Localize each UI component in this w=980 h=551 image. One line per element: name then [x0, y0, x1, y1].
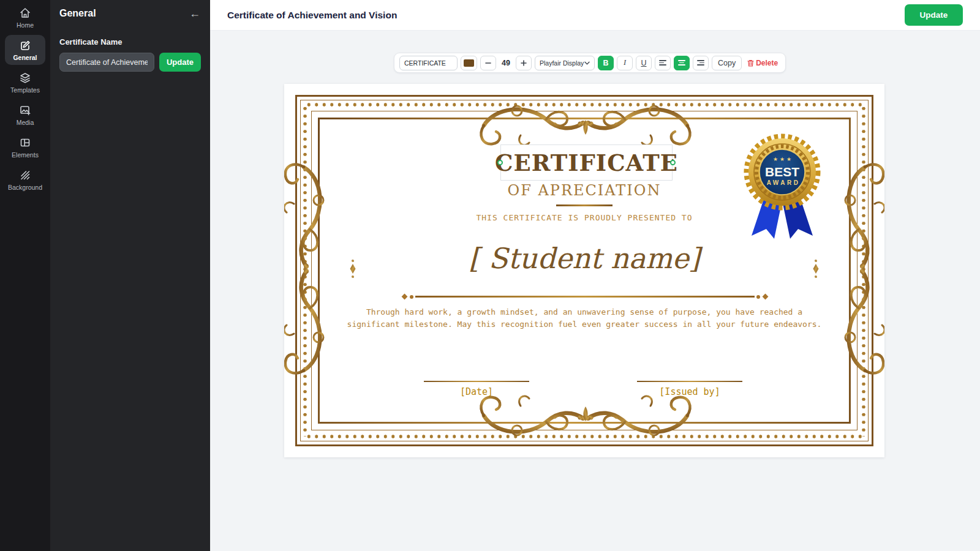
- sidebar-item-label: Templates: [10, 86, 40, 94]
- underline-button[interactable]: U: [636, 56, 652, 70]
- sidebar-item-media[interactable]: Media: [5, 100, 45, 130]
- align-left-button[interactable]: [655, 56, 671, 70]
- delete-button[interactable]: Delete: [745, 59, 780, 67]
- font-family-select[interactable]: Playfair Display: [535, 56, 595, 70]
- sidebar-item-label: Home: [17, 21, 34, 29]
- plus-icon: [521, 60, 527, 66]
- page-title: Certificate of Achievement and Vision: [227, 10, 397, 21]
- copy-button[interactable]: Copy: [712, 56, 742, 70]
- color-swatch-fill: [464, 59, 474, 67]
- panel-title: General: [59, 8, 96, 19]
- font-size-increase-button[interactable]: [516, 56, 532, 70]
- collapse-panel-button[interactable]: ←: [189, 8, 200, 19]
- certificate-name-label: Certificate Name: [50, 25, 210, 53]
- delete-label: Delete: [756, 59, 778, 67]
- student-name-text[interactable]: [ Student name]: [284, 242, 884, 275]
- sidebar-item-templates[interactable]: Templates: [5, 67, 45, 97]
- font-size-value: 49: [499, 59, 513, 67]
- sidebar-item-elements[interactable]: Elements: [5, 132, 45, 162]
- date-label: [Date]: [460, 386, 493, 397]
- editor-header: Certificate of Achievement and Vision Up…: [210, 0, 980, 31]
- italic-button[interactable]: I: [617, 56, 633, 70]
- dotted-border: [305, 434, 864, 439]
- media-icon: [19, 104, 31, 116]
- issued-by-label: [Issued by]: [659, 386, 720, 397]
- sidebar-item-home[interactable]: Home: [5, 2, 45, 32]
- text-color-button[interactable]: [461, 56, 477, 70]
- certificate-title: CERTIFICATE: [495, 149, 678, 176]
- date-signature-line[interactable]: [Date]: [424, 381, 529, 397]
- align-center-icon: [678, 60, 685, 66]
- subtitle-rule: [556, 204, 612, 206]
- badge-line1: BEST: [765, 165, 799, 179]
- selection-handle-right[interactable]: [670, 160, 676, 165]
- align-left-icon: [659, 60, 666, 66]
- badge-line2: AWARD: [767, 179, 801, 186]
- certificate-name-input[interactable]: [59, 53, 154, 72]
- trash-icon: [747, 59, 754, 67]
- align-center-button[interactable]: [674, 56, 690, 70]
- panel-update-button[interactable]: Update: [159, 53, 201, 72]
- layers-icon: [19, 72, 31, 84]
- certificate-canvas[interactable]: CERTIFICATE OF APRECIATION THIS CERTIFIC…: [284, 84, 884, 457]
- sidebar-rail: Home General Templates Media Elements Ba…: [0, 0, 50, 551]
- general-panel: General ← Certificate Name Update: [50, 0, 210, 551]
- certificate-body-text[interactable]: Through hard work, a growth mindset, and…: [342, 306, 826, 331]
- best-award-badge[interactable]: ★ ★ ★ BEST AWARD: [742, 126, 823, 243]
- header-update-button[interactable]: Update: [905, 4, 963, 26]
- text-content-input[interactable]: [399, 56, 458, 70]
- edit-icon: [19, 39, 31, 51]
- ornament-divider: [401, 294, 769, 299]
- minus-icon: [485, 60, 491, 66]
- align-right-button[interactable]: [693, 56, 709, 70]
- text-toolbar: 49 Playfair Display B I U Copy Delete: [394, 53, 786, 73]
- selected-text-element[interactable]: CERTIFICATE: [500, 144, 673, 181]
- bold-button[interactable]: B: [598, 56, 614, 70]
- sidebar-item-background[interactable]: Background: [5, 165, 45, 195]
- sidebar-item-label: Media: [17, 119, 34, 126]
- selection-handle-left[interactable]: [497, 160, 503, 165]
- home-icon: [19, 7, 31, 19]
- font-size-decrease-button[interactable]: [480, 56, 496, 70]
- badge-stars: ★ ★ ★: [773, 156, 791, 162]
- sidebar-item-label: Background: [8, 184, 42, 191]
- issued-by-signature-line[interactable]: [Issued by]: [637, 381, 742, 397]
- font-family-value: Playfair Display: [540, 59, 584, 67]
- elements-icon: [19, 137, 31, 149]
- background-icon: [19, 169, 31, 181]
- sidebar-item-label: General: [13, 54, 37, 61]
- sidebar-item-label: Elements: [12, 151, 39, 159]
- editor-main: Certificate of Achievement and Vision Up…: [210, 0, 980, 551]
- chevron-down-icon: [584, 61, 590, 65]
- sidebar-item-general[interactable]: General: [5, 35, 45, 65]
- dotted-border: [305, 102, 864, 107]
- align-right-icon: [697, 60, 704, 66]
